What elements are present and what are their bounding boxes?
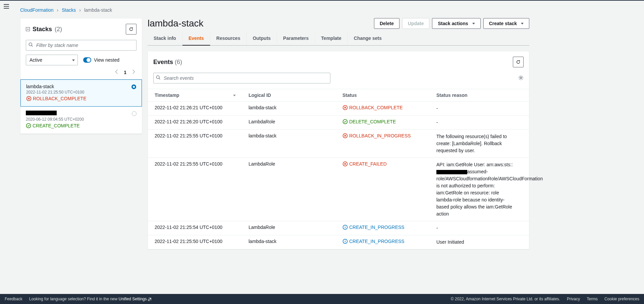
settings-icon[interactable] bbox=[518, 75, 524, 81]
status-icon bbox=[342, 105, 348, 110]
event-row: 2022-11-02 21:26:21 UTC+0100lambda-stack… bbox=[148, 102, 529, 116]
event-status: CREATE_FAILED bbox=[342, 161, 387, 167]
page-title: lambda-stack bbox=[148, 18, 204, 29]
events-title: Events bbox=[153, 59, 173, 65]
event-reason: - bbox=[436, 105, 517, 112]
sidebar-title: Stacks bbox=[33, 26, 52, 33]
event-status: CREATE_IN_PROGRESS bbox=[342, 225, 405, 230]
event-status: ROLLBACK_IN_PROGRESS bbox=[342, 133, 411, 138]
event-row: 2022-11-02 21:26:20 UTC+0100LambdaRoleDE… bbox=[148, 116, 529, 130]
stack-radio[interactable] bbox=[132, 111, 137, 116]
chevron-right-icon: › bbox=[57, 7, 59, 13]
chevron-right-icon: › bbox=[79, 7, 81, 13]
stack-status: CREATE_COMPLETE bbox=[26, 123, 80, 128]
event-logical-id: LambdaRole bbox=[242, 116, 336, 130]
event-timestamp: 2022-11-02 21:25:55 UTC+0100 bbox=[148, 158, 242, 221]
event-reason: User Initiated bbox=[436, 239, 517, 246]
event-row: 2022-11-02 21:25:55 UTC+0100LambdaRoleCR… bbox=[148, 158, 529, 221]
search-icon bbox=[29, 43, 33, 48]
event-status: DELETE_COMPLETE bbox=[342, 119, 396, 124]
stack-item[interactable]: 2020-06-12 09:04:55 UTC+0200CREATE_COMPL… bbox=[20, 107, 142, 134]
create-stack-button[interactable]: Create stack bbox=[483, 18, 529, 29]
stack-name-redacted bbox=[26, 111, 57, 115]
svg-line-3 bbox=[32, 45, 33, 47]
svg-point-8 bbox=[520, 77, 522, 78]
tab-resources[interactable]: Resources bbox=[210, 32, 247, 45]
filter-stacks-input[interactable] bbox=[26, 40, 137, 51]
unified-settings-link[interactable]: Unified Settings bbox=[119, 297, 152, 301]
hamburger-menu[interactable] bbox=[3, 3, 9, 9]
sidebar-count: (2) bbox=[55, 26, 62, 33]
stack-actions-button[interactable]: Stack actions bbox=[432, 18, 480, 29]
event-logical-id: lambda-stack bbox=[242, 235, 336, 249]
cookies-link[interactable]: Cookie preferences bbox=[604, 297, 639, 301]
page-number: 1 bbox=[124, 70, 126, 75]
status-icon bbox=[342, 133, 348, 138]
breadcrumb-cloudformation[interactable]: CloudFormation bbox=[20, 7, 54, 13]
update-button[interactable]: Update bbox=[402, 18, 429, 29]
column-timestamp[interactable]: Timestamp bbox=[148, 89, 242, 102]
caret-down-icon bbox=[521, 23, 524, 24]
event-reason: API: iam:GetRole User: arn:aws:sts::assu… bbox=[436, 161, 517, 218]
event-row: 2022-11-02 21:25:50 UTC+0100lambda-stack… bbox=[148, 235, 529, 249]
collapse-icon[interactable] bbox=[26, 27, 30, 31]
caret-down-icon bbox=[472, 23, 475, 24]
svg-point-14 bbox=[345, 226, 345, 227]
status-icon bbox=[342, 239, 348, 244]
breadcrumb-current: lambda-stack bbox=[84, 7, 112, 13]
svg-point-17 bbox=[345, 240, 345, 241]
prev-page-button[interactable] bbox=[115, 69, 118, 75]
event-row: 2022-11-02 21:25:55 UTC+0100lambda-stack… bbox=[148, 130, 529, 158]
status-icon bbox=[26, 123, 31, 128]
tab-events[interactable]: Events bbox=[182, 32, 210, 46]
delete-button[interactable]: Delete bbox=[374, 18, 399, 29]
column-status-reason[interactable]: Status reason bbox=[430, 89, 529, 102]
event-timestamp: 2022-11-02 21:25:54 UTC+0100 bbox=[148, 221, 242, 235]
status-filter-select[interactable]: Active bbox=[26, 55, 78, 65]
event-timestamp: 2022-11-02 21:25:50 UTC+0100 bbox=[148, 235, 242, 249]
column-status[interactable]: Status bbox=[336, 89, 430, 102]
event-reason: The following resource(s) failed to crea… bbox=[436, 133, 517, 154]
terms-link[interactable]: Terms bbox=[587, 297, 598, 301]
redacted bbox=[436, 170, 467, 174]
search-icon bbox=[156, 75, 161, 81]
event-status: ROLLBACK_COMPLETE bbox=[342, 105, 403, 110]
tab-outputs[interactable]: Outputs bbox=[247, 32, 277, 45]
event-logical-id: lambda-stack bbox=[242, 130, 336, 158]
refresh-stacks-button[interactable] bbox=[126, 24, 137, 35]
feedback-link[interactable]: Feedback bbox=[5, 297, 22, 301]
tab-template[interactable]: Template bbox=[315, 32, 347, 45]
view-nested-toggle[interactable] bbox=[83, 57, 91, 63]
status-icon bbox=[26, 96, 32, 101]
event-logical-id: LambdaRole bbox=[242, 221, 336, 235]
stack-timestamp: 2022-11-02 21:25:50 UTC+0100 bbox=[26, 90, 136, 95]
tab-change-sets[interactable]: Change sets bbox=[348, 32, 388, 45]
next-page-button[interactable] bbox=[132, 69, 135, 75]
events-count: (6) bbox=[175, 59, 182, 65]
svg-line-7 bbox=[159, 78, 160, 79]
privacy-link[interactable]: Privacy bbox=[567, 297, 580, 301]
breadcrumb: CloudFormation › Stacks › lambda-stack bbox=[20, 7, 529, 13]
status-icon bbox=[342, 225, 348, 230]
stacks-sidebar: Stacks (2) bbox=[20, 18, 142, 134]
event-status: CREATE_IN_PROGRESS bbox=[342, 239, 405, 244]
view-nested-label: View nested bbox=[94, 57, 119, 63]
tab-stack-info[interactable]: Stack info bbox=[148, 32, 182, 45]
stack-item[interactable]: lambda-stack2022-11-02 21:25:50 UTC+0100… bbox=[20, 79, 142, 107]
refresh-events-button[interactable] bbox=[513, 57, 524, 67]
event-logical-id: LambdaRole bbox=[242, 158, 336, 221]
stack-radio[interactable] bbox=[131, 84, 136, 89]
column-logical-id[interactable]: Logical ID bbox=[242, 89, 336, 102]
tab-parameters[interactable]: Parameters bbox=[277, 32, 315, 45]
breadcrumb-stacks[interactable]: Stacks bbox=[62, 7, 76, 13]
event-row: 2022-11-02 21:25:54 UTC+0100LambdaRoleCR… bbox=[148, 221, 529, 235]
event-timestamp: 2022-11-02 21:25:55 UTC+0100 bbox=[148, 130, 242, 158]
copyright: © 2022, Amazon Internet Services Private… bbox=[451, 297, 560, 301]
footer: Feedback Looking for language selection?… bbox=[0, 294, 644, 304]
search-events-input[interactable] bbox=[153, 73, 330, 83]
event-timestamp: 2022-11-02 21:26:21 UTC+0100 bbox=[148, 102, 242, 116]
status-icon bbox=[342, 119, 348, 124]
external-link-icon bbox=[148, 297, 152, 301]
stack-timestamp: 2020-06-12 09:04:55 UTC+0200 bbox=[26, 117, 137, 122]
stack-name: lambda-stack bbox=[26, 84, 136, 89]
